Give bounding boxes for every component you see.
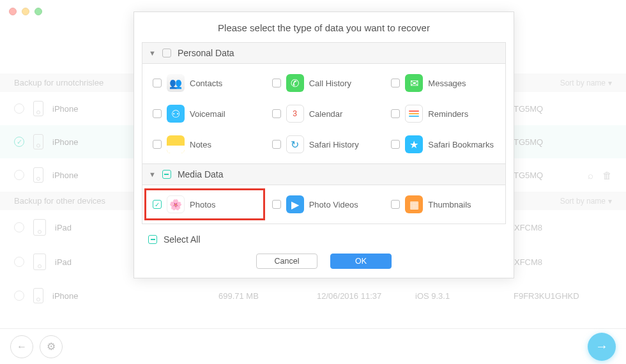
next-button[interactable]: →: [588, 333, 616, 361]
checkbox[interactable]: [391, 200, 400, 209]
voicemail-icon: ⚇: [167, 105, 185, 123]
item-call-history[interactable]: ✆Call History: [264, 68, 384, 98]
safari-history-icon: ↻: [286, 135, 304, 153]
contacts-icon: 👥: [167, 74, 185, 92]
checkbox[interactable]: [153, 140, 162, 149]
dialog-title: Please select the type of data you want …: [134, 19, 514, 42]
item-contacts[interactable]: 👥Contacts: [145, 68, 264, 98]
item-safari-history[interactable]: ↻Safari History: [264, 129, 384, 160]
checkbox[interactable]: [153, 109, 162, 118]
item-label: Calendar: [309, 109, 343, 119]
photo-videos-icon: ▶: [286, 195, 304, 213]
checkbox[interactable]: [272, 79, 281, 87]
group-label: Media Data: [178, 169, 224, 179]
checkbox[interactable]: [391, 79, 400, 87]
checkbox[interactable]: [153, 79, 162, 87]
item-label: Reminders: [428, 109, 468, 119]
item-safari-bookmarks[interactable]: ★Safari Bookmarks: [383, 129, 503, 160]
item-reminders[interactable]: Reminders: [383, 98, 503, 129]
select-all-label: Select All: [164, 234, 201, 245]
settings-button[interactable]: ⚙: [40, 335, 63, 358]
group-checkbox[interactable]: [162, 49, 171, 57]
calendar-icon: 3: [286, 105, 304, 123]
checkbox[interactable]: [272, 140, 281, 149]
recover-type-dialog: Please select the type of data you want …: [134, 11, 514, 278]
back-button[interactable]: ←: [10, 335, 33, 358]
select-all-checkbox[interactable]: [148, 235, 157, 244]
checkbox[interactable]: [153, 200, 162, 209]
data-groups: ▼ Personal Data 👥Contacts ✆Call History …: [142, 42, 506, 224]
item-voicemail[interactable]: ⚇Voicemail: [145, 98, 264, 129]
thumbnails-icon: ▦: [405, 195, 423, 213]
collapse-icon: ▼: [149, 49, 156, 57]
notes-icon: [167, 135, 185, 153]
photos-icon: 🌸: [167, 195, 185, 213]
cancel-button[interactable]: Cancel: [256, 254, 317, 269]
item-label: Photos: [190, 200, 215, 209]
messages-icon: ✉: [405, 74, 423, 92]
ok-button[interactable]: OK: [330, 254, 392, 269]
checkbox[interactable]: [391, 109, 400, 118]
item-messages[interactable]: ✉Messages: [383, 68, 503, 98]
bookmark-icon: ★: [405, 135, 423, 153]
item-notes[interactable]: Notes: [145, 129, 264, 160]
phone-icon: ✆: [286, 74, 304, 92]
checkbox[interactable]: [272, 200, 281, 209]
item-label: Photo Videos: [309, 200, 358, 209]
item-label: Safari History: [309, 140, 359, 149]
item-calendar[interactable]: 3Calendar: [264, 98, 384, 129]
group-checkbox[interactable]: [162, 170, 171, 179]
checkbox[interactable]: [272, 109, 281, 118]
reminders-icon: [405, 105, 423, 123]
group-label: Personal Data: [178, 48, 234, 58]
item-photos[interactable]: 🌸Photos: [145, 189, 264, 220]
item-label: Messages: [428, 79, 466, 88]
item-label: Thumbnails: [428, 200, 471, 209]
checkbox[interactable]: [391, 140, 400, 149]
item-thumbnails[interactable]: ▦Thumbnails: [383, 189, 503, 220]
item-label: Contacts: [190, 79, 222, 88]
collapse-icon: ▼: [149, 171, 156, 178]
group-header-media[interactable]: ▼ Media Data: [142, 163, 505, 185]
group-header-personal[interactable]: ▼ Personal Data: [142, 43, 505, 64]
item-label: Call History: [309, 79, 351, 88]
select-all-row[interactable]: Select All: [134, 231, 514, 251]
item-photo-videos[interactable]: ▶Photo Videos: [264, 189, 384, 220]
item-label: Safari Bookmarks: [428, 140, 494, 149]
item-label: Notes: [190, 140, 211, 149]
item-label: Voicemail: [190, 109, 225, 119]
footer-bar: ← ⚙ →: [0, 328, 626, 364]
